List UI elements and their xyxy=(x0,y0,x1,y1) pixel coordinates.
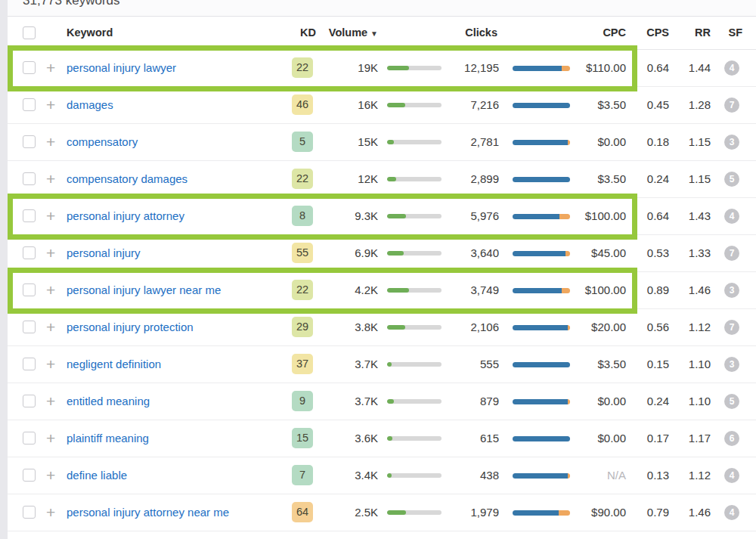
rr-value: 1.46 xyxy=(689,272,711,308)
kd-badge: 15 xyxy=(292,428,313,448)
clicks-bar xyxy=(513,103,570,108)
cpc-value: $100.00 xyxy=(585,272,626,308)
volume-bar-fill xyxy=(387,103,405,107)
add-to-list-icon[interactable]: + xyxy=(46,420,55,457)
clicks-bar-paid xyxy=(565,251,570,256)
row-checkbox[interactable] xyxy=(23,135,36,148)
clicks-bar xyxy=(513,214,570,219)
keyword-link[interactable]: personal injury lawyer xyxy=(67,50,176,86)
clicks-value: 2,899 xyxy=(470,161,499,197)
row-checkbox[interactable] xyxy=(23,469,36,482)
cps-value: 0.56 xyxy=(647,309,669,345)
row-checkbox[interactable] xyxy=(23,172,36,185)
clicks-bar-paid xyxy=(562,66,570,71)
add-to-list-icon[interactable]: + xyxy=(46,161,55,197)
clicks-bar-organic xyxy=(513,362,570,367)
add-to-list-icon[interactable]: + xyxy=(46,124,55,160)
keyword-link[interactable]: negligent definition xyxy=(67,346,161,383)
serp-features-badge[interactable]: 4 xyxy=(724,505,739,520)
clicks-bar xyxy=(513,288,570,293)
column-header-volume[interactable]: Volume▼ xyxy=(329,17,378,49)
clicks-bar-organic xyxy=(513,436,570,441)
row-checkbox[interactable] xyxy=(23,395,36,407)
volume-bar-fill xyxy=(387,177,396,181)
add-to-list-icon[interactable]: + xyxy=(46,309,55,345)
row-checkbox[interactable] xyxy=(23,246,36,259)
keyword-link[interactable]: personal injury lawyer near me xyxy=(67,272,221,308)
cpc-value: $20.00 xyxy=(591,309,626,345)
cpc-value: $0.00 xyxy=(597,383,626,420)
table-row: + entitled meaning 9 3.7K 879 $0.00 0.24… xyxy=(8,383,756,420)
add-to-list-icon[interactable]: + xyxy=(46,235,55,271)
volume-value: 3.4K xyxy=(355,457,378,494)
add-to-list-icon[interactable]: + xyxy=(46,346,55,383)
volume-value: 19K xyxy=(358,50,378,86)
table-header-row: Keyword KD Volume▼ Clicks CPC CPS RR SF xyxy=(8,17,756,50)
keyword-link[interactable]: plaintiff meaning xyxy=(67,420,149,457)
keyword-link[interactable]: entitled meaning xyxy=(67,383,150,420)
cpc-value: $100.00 xyxy=(585,198,626,234)
volume-bar xyxy=(387,66,442,70)
kd-badge: 64 xyxy=(292,502,313,522)
cpc-value: N/A xyxy=(607,457,626,494)
column-header-rr[interactable]: RR xyxy=(695,17,711,49)
row-checkbox[interactable] xyxy=(23,61,36,74)
column-header-clicks[interactable]: Clicks xyxy=(465,17,497,49)
add-to-list-icon[interactable]: + xyxy=(46,87,55,123)
serp-features-badge[interactable]: 4 xyxy=(724,468,739,483)
volume-bar xyxy=(387,362,442,367)
serp-features-badge[interactable]: 3 xyxy=(724,283,739,298)
row-checkbox[interactable] xyxy=(23,98,36,111)
column-header-keyword[interactable]: Keyword xyxy=(67,17,113,49)
cps-value: 0.53 xyxy=(647,235,669,271)
serp-features-badge[interactable]: 5 xyxy=(724,394,739,409)
row-checkbox[interactable] xyxy=(23,506,36,519)
keyword-link[interactable]: compensatory xyxy=(67,124,138,160)
keyword-link[interactable]: personal injury attorney xyxy=(67,198,184,234)
volume-bar-fill xyxy=(387,66,409,70)
add-to-list-icon[interactable]: + xyxy=(46,383,55,420)
column-header-cpc[interactable]: CPC xyxy=(603,17,626,49)
keyword-link[interactable]: personal injury xyxy=(67,235,141,271)
serp-features-badge[interactable]: 7 xyxy=(724,98,739,113)
keyword-link[interactable]: damages xyxy=(67,87,113,123)
select-all-checkbox[interactable] xyxy=(23,26,36,39)
table-row: + personal injury attorney 8 9.3K 5,976 … xyxy=(8,198,756,235)
serp-features-badge[interactable]: 4 xyxy=(724,60,739,76)
serp-features-badge[interactable]: 7 xyxy=(724,320,739,335)
add-to-list-icon[interactable]: + xyxy=(46,50,55,86)
volume-value: 9.3K xyxy=(355,198,378,234)
add-to-list-icon[interactable]: + xyxy=(46,457,55,494)
keywords-table-panel: 31,773 keywords Keyword KD Volume▼ Click… xyxy=(8,0,756,539)
serp-features-badge[interactable]: 7 xyxy=(724,246,739,261)
serp-features-badge[interactable]: 3 xyxy=(724,357,739,372)
clicks-value: 615 xyxy=(480,420,499,457)
serp-features-badge[interactable]: 5 xyxy=(724,172,739,187)
results-count-label: 31,773 keywords xyxy=(23,0,120,8)
serp-features-badge[interactable]: 4 xyxy=(724,209,739,224)
keyword-link[interactable]: compensatory damages xyxy=(67,161,187,197)
clicks-value: 438 xyxy=(480,457,499,494)
row-checkbox[interactable] xyxy=(23,432,36,445)
column-header-kd[interactable]: KD xyxy=(300,17,316,49)
row-checkbox[interactable] xyxy=(23,358,36,370)
volume-bar-fill xyxy=(387,214,406,218)
row-checkbox[interactable] xyxy=(23,321,36,333)
keyword-link[interactable]: personal injury protection xyxy=(67,309,194,345)
column-header-sf[interactable]: SF xyxy=(728,17,742,49)
volume-bar-fill xyxy=(387,436,392,441)
column-header-cps[interactable]: CPS xyxy=(646,17,669,49)
add-to-list-icon[interactable]: + xyxy=(46,272,55,308)
serp-features-badge[interactable]: 3 xyxy=(724,135,739,150)
clicks-bar xyxy=(513,177,570,182)
keyword-link[interactable]: personal injury attorney near me xyxy=(67,494,229,531)
keyword-link[interactable]: define liable xyxy=(67,457,127,494)
row-checkbox[interactable] xyxy=(23,283,36,296)
add-to-list-icon[interactable]: + xyxy=(46,494,55,531)
volume-bar xyxy=(387,325,442,330)
clicks-value: 5,976 xyxy=(470,198,499,234)
row-checkbox[interactable] xyxy=(23,209,36,222)
add-to-list-icon[interactable]: + xyxy=(46,198,55,234)
serp-features-badge[interactable]: 6 xyxy=(724,431,739,446)
cpc-value: $0.00 xyxy=(597,124,626,160)
